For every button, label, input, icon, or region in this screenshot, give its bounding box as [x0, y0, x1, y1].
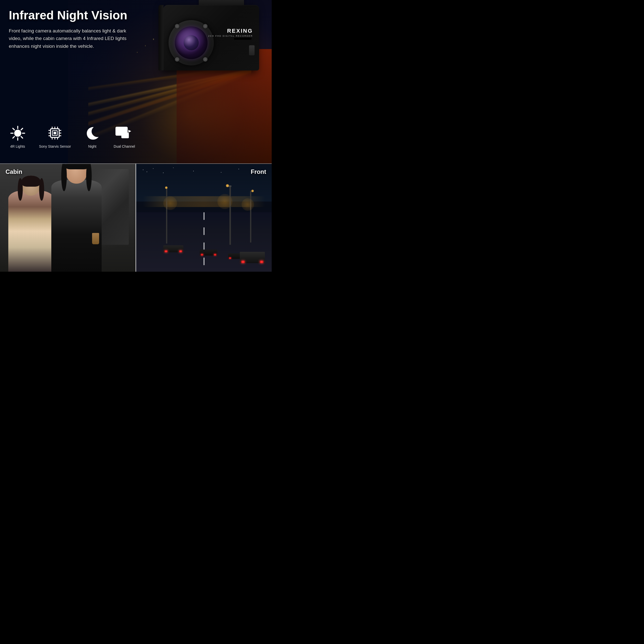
bottom-section: Cabin: [0, 164, 272, 272]
cabin-people: [0, 164, 136, 272]
svg-line-8: [13, 136, 14, 138]
cabin-label: Cabin: [6, 168, 22, 175]
tail-light-2l: [201, 254, 203, 256]
cabin-panel: Cabin: [0, 164, 136, 272]
features-row: 4R Lights: [9, 124, 135, 148]
lamp-light-3: [165, 186, 168, 189]
feature-label-4r: 4R Lights: [10, 144, 25, 148]
feature-dual-channel: Dual Channel: [114, 124, 135, 148]
svg-line-5: [13, 128, 14, 130]
ir-dot-1: [175, 24, 179, 28]
person-left-hair-side-r: [39, 178, 44, 201]
4r-lights-icon-container: [9, 124, 26, 142]
lane-divider: [204, 212, 205, 272]
feature-sony-starvis: Sony Starvis Sensor: [39, 124, 71, 148]
moon-icon: [85, 125, 100, 141]
camera-device: REXING 2CH FHD DIGITAL RECORDER: [153, 0, 259, 83]
moon-icon-container: [84, 124, 101, 142]
feature-label-night: Night: [88, 144, 97, 148]
svg-rect-11: [54, 132, 56, 134]
ir-dot-4: [203, 57, 208, 62]
truck: [240, 252, 265, 263]
ir-dot-3: [175, 57, 179, 62]
svg-rect-26: [122, 133, 129, 138]
lens-outer: [169, 20, 214, 65]
camera-body: REXING 2CH FHD DIGITAL RECORDER: [164, 5, 259, 70]
car-1: [163, 245, 183, 252]
person-center-face: [66, 164, 87, 184]
brand-label: REXING: [227, 28, 253, 34]
tail-light-1l: [165, 250, 168, 252]
feature-label-sony: Sony Starvis Sensor: [39, 144, 71, 148]
person-left-hair-side: [18, 178, 23, 201]
ir-dot-2: [203, 24, 208, 28]
tail-light-2r: [214, 254, 216, 256]
tail-light-3l: [229, 257, 231, 259]
dual-cam-icon-container: [115, 124, 133, 142]
front-panel: Front: [136, 164, 272, 272]
top-text-area: Infrared Night Vision Front facing camer…: [9, 9, 140, 50]
svg-point-0: [14, 130, 21, 137]
main-description: Front facing camera automatically balanc…: [9, 27, 140, 50]
feature-night: Night: [84, 124, 101, 148]
chip-icon: [47, 126, 62, 141]
tail-light-1r: [179, 250, 182, 252]
ir-dots: [169, 20, 214, 65]
person-center-hair-right: [86, 164, 92, 191]
person-left-face: [21, 176, 40, 196]
chip-icon-container: [46, 124, 64, 142]
sun-icon: [10, 125, 26, 141]
camera-lens-area: [169, 20, 219, 70]
cup: [92, 233, 99, 244]
cabin-background: [0, 164, 136, 272]
front-label: Front: [251, 168, 266, 175]
lamp-post-1: [229, 185, 231, 245]
person-center-body: [51, 180, 102, 272]
person-left-hair: [21, 176, 40, 187]
feature-label-dual: Dual Channel: [114, 144, 135, 148]
camera-slot: [234, 38, 252, 40]
main-title: Infrared Night Vision: [9, 9, 140, 22]
car-2: [200, 250, 217, 256]
truck-tail-r: [260, 261, 263, 263]
svg-marker-25: [129, 130, 131, 132]
svg-line-6: [21, 136, 22, 138]
camera-button: [249, 45, 255, 55]
lamp-post-2: [250, 191, 251, 243]
top-section: REXING 2CH FHD DIGITAL RECORDER Infrared…: [0, 0, 272, 164]
model-label: 2CH FHD DIGITAL RECORDER: [208, 35, 253, 37]
person-center-hair-top: [66, 164, 88, 169]
camera-side: [158, 5, 164, 70]
stars-front: [143, 170, 143, 170]
dual-cam-icon: [115, 125, 133, 141]
truck-tail-l: [241, 261, 245, 263]
lamp-post-3: [166, 187, 167, 244]
svg-line-7: [21, 128, 22, 130]
front-background: [136, 164, 272, 272]
person-center-area: [45, 164, 110, 272]
feature-4r-lights: 4R Lights: [9, 124, 26, 148]
person-center-hair-left: [61, 164, 67, 191]
